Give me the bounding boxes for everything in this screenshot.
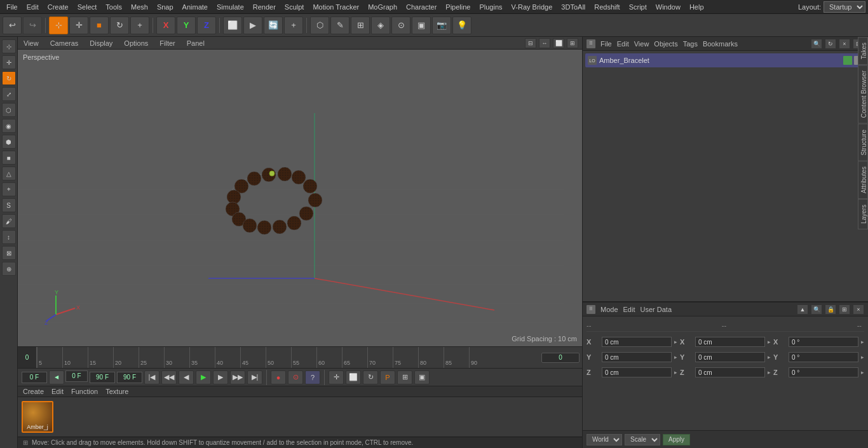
attr-icon-5[interactable]: × — [853, 304, 864, 315]
om-file[interactable]: File — [600, 40, 612, 48]
menu-create[interactable]: Create — [44, 2, 72, 12]
vp-icon-2[interactable]: ↔ — [539, 38, 550, 48]
axis-z-button[interactable]: Z — [197, 17, 216, 34]
next-step-button[interactable]: ▶ — [213, 370, 228, 384]
viewport-mode-7[interactable]: 📷 — [432, 17, 451, 34]
menu-sculpt[interactable]: Sculpt — [281, 2, 308, 12]
menu-select[interactable]: Select — [74, 2, 101, 12]
pb-extra-5[interactable]: ⊞ — [397, 370, 412, 384]
left-tool-8[interactable]: ■ — [2, 151, 16, 165]
help-button[interactable]: ? — [305, 370, 320, 384]
menu-tools[interactable]: Tools — [102, 2, 126, 12]
tab-structure[interactable]: Structure — [858, 124, 868, 161]
frame-end2-input[interactable] — [117, 372, 142, 383]
play-button[interactable]: ▶ — [196, 370, 211, 384]
left-tool-5[interactable]: ⬡ — [2, 103, 16, 117]
menu-redshift[interactable]: Redshift — [590, 2, 623, 12]
menu-3dtoall[interactable]: 3DToAll — [557, 2, 589, 12]
attr-x1-field[interactable]: 0 cm — [602, 337, 672, 347]
left-tool-11[interactable]: S — [2, 198, 16, 212]
menu-snap[interactable]: Snap — [153, 2, 177, 12]
left-tool-move[interactable]: ✛ — [2, 55, 16, 69]
vp-icon-4[interactable]: ⊞ — [567, 38, 578, 48]
viewport-mode-1[interactable]: ⬡ — [310, 17, 329, 34]
vp-menu-panel[interactable]: Panel — [185, 39, 207, 48]
goto-start-button[interactable]: |◀ — [144, 370, 159, 384]
layout-dropdown[interactable]: Startup — [824, 1, 865, 13]
mat-menu-edit[interactable]: Edit — [51, 388, 64, 395]
vp-menu-options[interactable]: Options — [122, 39, 150, 48]
menu-plugins[interactable]: Plugins — [475, 2, 506, 12]
left-tool-6[interactable]: ◉ — [2, 119, 16, 133]
attr-x3-field[interactable]: 0 ° — [789, 337, 858, 347]
prev-step-button[interactable]: ◀ — [179, 370, 194, 384]
om-edit[interactable]: Edit — [617, 40, 629, 48]
viewport-mode-2[interactable]: ✎ — [330, 17, 349, 34]
menu-file[interactable]: File — [3, 2, 22, 12]
left-tool-12[interactable]: 🖌 — [2, 214, 16, 228]
attr-icon-4[interactable]: ⊞ — [839, 304, 850, 315]
left-tool-cursor[interactable]: ⊹ — [2, 39, 16, 53]
pb-extra-2[interactable]: ⬜ — [346, 370, 361, 384]
om-tags[interactable]: Tags — [683, 40, 698, 48]
menu-animate[interactable]: Animate — [179, 2, 212, 12]
scale-dropdown[interactable]: Scale — [625, 434, 660, 445]
tab-attributes[interactable]: Attributes — [858, 161, 868, 199]
mat-menu-create[interactable]: Create — [23, 388, 44, 395]
menu-edit[interactable]: Edit — [23, 2, 43, 12]
menu-motion-tracker[interactable]: Motion Tracker — [309, 2, 363, 12]
menu-simulate[interactable]: Simulate — [213, 2, 248, 12]
attr-userdata[interactable]: User Data — [641, 306, 672, 313]
om-bookmarks[interactable]: Bookmarks — [703, 40, 738, 48]
om-close-icon[interactable]: × — [839, 39, 850, 49]
obj-tool-3[interactable]: 🔄 — [264, 17, 283, 34]
axis-x-button[interactable]: X — [156, 17, 175, 34]
pb-extra-6[interactable]: ▣ — [414, 370, 430, 384]
select-tool-button[interactable]: ⊹ — [49, 17, 68, 34]
frame-end-input[interactable] — [90, 372, 115, 383]
left-tool-13[interactable]: ↕ — [2, 230, 16, 244]
attr-icon-2[interactable]: 🔍 — [811, 304, 822, 315]
om-view[interactable]: View — [634, 40, 649, 48]
record-button[interactable]: ● — [271, 370, 286, 384]
attr-x2-field[interactable]: 0 cm — [695, 337, 765, 347]
menu-render[interactable]: Render — [249, 2, 280, 12]
attr-icon-1[interactable]: ▲ — [797, 304, 808, 315]
left-tool-14[interactable]: ⊠ — [2, 246, 16, 260]
tab-takes[interactable]: Takes — [858, 37, 868, 65]
attr-y2-field[interactable]: 0 cm — [695, 352, 765, 362]
move-tool-button[interactable]: ✛ — [69, 17, 88, 34]
om-search-icon[interactable]: 🔍 — [811, 39, 822, 49]
next-frame-button[interactable]: ▶▶ — [230, 370, 245, 384]
goto-end-button[interactable]: ▶| — [247, 370, 262, 384]
frame-current-input[interactable] — [65, 370, 88, 382]
viewport-mode-5[interactable]: ⊙ — [391, 17, 410, 34]
attr-icon-3[interactable]: 🔒 — [825, 304, 836, 315]
pb-extra-4[interactable]: P — [380, 370, 395, 384]
left-tool-15[interactable]: ⊕ — [2, 262, 16, 276]
prev-frame-button[interactable]: ◀◀ — [161, 370, 177, 384]
attr-y1-field[interactable]: 0 cm — [602, 352, 672, 362]
om-objects[interactable]: Objects — [654, 40, 677, 48]
rotate-tool-button[interactable]: ↻ — [110, 17, 129, 34]
attr-z3-field[interactable]: 0 ° — [789, 367, 858, 377]
left-tool-10[interactable]: ⌖ — [2, 182, 16, 196]
vp-menu-display[interactable]: Display — [88, 39, 114, 48]
obj-tool-2[interactable]: ▶ — [243, 17, 262, 34]
pb-extra-3[interactable]: ↻ — [363, 370, 378, 384]
frame-start-input[interactable] — [22, 372, 47, 383]
timeline-ruler[interactable]: 5 10 15 20 25 30 35 40 45 50 55 60 65 70… — [37, 347, 541, 368]
redo-button[interactable]: ↪ — [23, 17, 42, 34]
om-visibility-toggle[interactable] — [843, 56, 852, 65]
pb-extra-1[interactable]: ✛ — [329, 370, 344, 384]
obj-tool-1[interactable]: ⬜ — [223, 17, 242, 34]
tab-layers[interactable]: Layers — [858, 199, 868, 229]
tab-content-browser[interactable]: Content Browser — [858, 65, 868, 123]
viewport-mode-3[interactable]: ⊞ — [351, 17, 370, 34]
menu-help[interactable]: Help — [686, 2, 708, 12]
mat-menu-function[interactable]: Function — [71, 388, 98, 395]
scale-tool-button[interactable]: ■ — [90, 17, 109, 34]
vp-menu-view[interactable]: View — [22, 39, 41, 48]
attr-edit[interactable]: Edit — [623, 306, 635, 313]
vp-icon-1[interactable]: ⊟ — [525, 38, 536, 48]
